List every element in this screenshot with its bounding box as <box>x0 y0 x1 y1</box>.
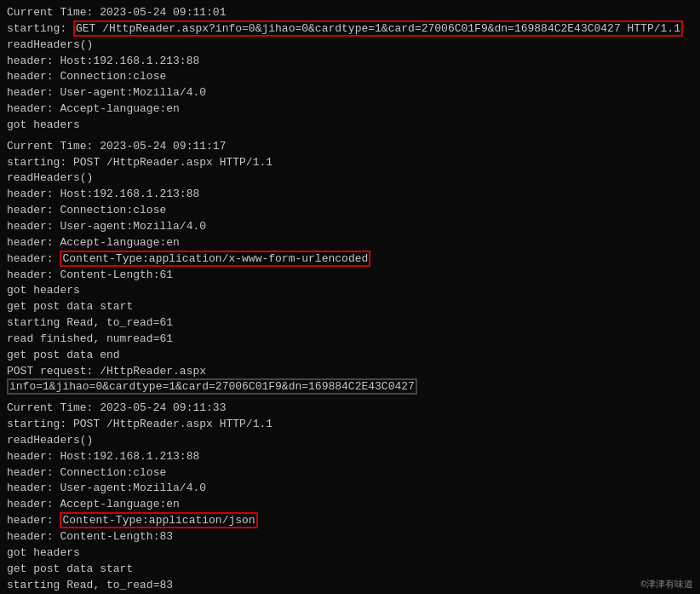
log-line-content-type: header: Content-Type:application/x-www-f… <box>7 251 693 268</box>
log-line-content-type-json: header: Content-Type:application/json <box>7 513 693 529</box>
log-block-3: Current Time: 2023-05-24 09:11:33 starti… <box>7 401 693 594</box>
log-line: header: Content-Length:61 <box>7 268 693 284</box>
log-line: get post data start <box>7 299 693 315</box>
log-line: Current Time: 2023-05-24 09:11:01 <box>7 5 693 21</box>
log-line: header: Host:192.168.1.213:88 <box>7 187 693 203</box>
log-line: readHeaders() <box>7 433 693 449</box>
log-line-starting: starting: GET /HttpReader.aspx?info=0&ji… <box>7 21 693 37</box>
log-line: header: Content-Length:83 <box>7 529 693 545</box>
log-block-2: Current Time: 2023-05-24 09:11:17 starti… <box>7 139 693 396</box>
log-line: get post data end <box>7 348 693 364</box>
log-line: readHeaders() <box>7 37 693 54</box>
terminal-window: Current Time: 2023-05-24 09:11:01 starti… <box>0 0 700 594</box>
log-line: read finished, numread=61 <box>7 332 693 348</box>
log-line: got headers <box>7 283 693 299</box>
log-line: got headers <box>7 118 693 134</box>
log-line: Current Time: 2023-05-24 09:11:33 <box>7 401 693 417</box>
highlight-content-type-urlencoded: Content-Type:application/x-www-form-urle… <box>60 251 370 267</box>
log-line: header: Connection:close <box>7 465 693 482</box>
log-line: header: Host:192.168.1.213:88 <box>7 54 693 70</box>
log-line: starting: POST /HttpReader.aspx HTTP/1.1 <box>7 417 693 433</box>
log-line: header: User-agent:Mozilla/4.0 <box>7 85 693 101</box>
log-line: header: Accept-language:en <box>7 497 693 513</box>
log-line: header: Host:192.168.1.213:88 <box>7 449 693 465</box>
log-line: get post data start <box>7 562 693 578</box>
log-line: Current Time: 2023-05-24 09:11:17 <box>7 139 693 155</box>
highlight-content-type-json: Content-Type:application/json <box>60 512 257 528</box>
log-line-post-body: info=1&jihao=0&cardtype=1&card=27006C01F… <box>7 379 693 395</box>
log-line: readHeaders() <box>7 170 693 187</box>
log-line: header: User-agent:Mozilla/4.0 <box>7 219 693 235</box>
log-line: header: Connection:close <box>7 69 693 85</box>
highlight-post-body-urlencoded: info=1&jihao=0&cardtype=1&card=27006C01F… <box>7 378 417 395</box>
log-line: starting: POST /HttpReader.aspx HTTP/1.1 <box>7 155 693 171</box>
log-line: got headers <box>7 545 693 562</box>
log-line: header: Connection:close <box>7 203 693 219</box>
log-line-post-request: POST request: /HttpReader.aspx <box>7 364 693 380</box>
log-line: header: Accept-language:en <box>7 101 693 118</box>
log-line: starting Read, to_read=83 <box>7 578 693 594</box>
log-block-1: Current Time: 2023-05-24 09:11:01 starti… <box>7 5 693 134</box>
log-line: header: User-agent:Mozilla/4.0 <box>7 481 693 497</box>
watermark: ©津津有味道 <box>640 578 693 591</box>
highlight-get-request: GET /HttpReader.aspx?info=0&jihao=0&card… <box>73 20 683 37</box>
log-line: header: Accept-language:en <box>7 235 693 251</box>
log-line: starting Read, to_read=61 <box>7 315 693 332</box>
